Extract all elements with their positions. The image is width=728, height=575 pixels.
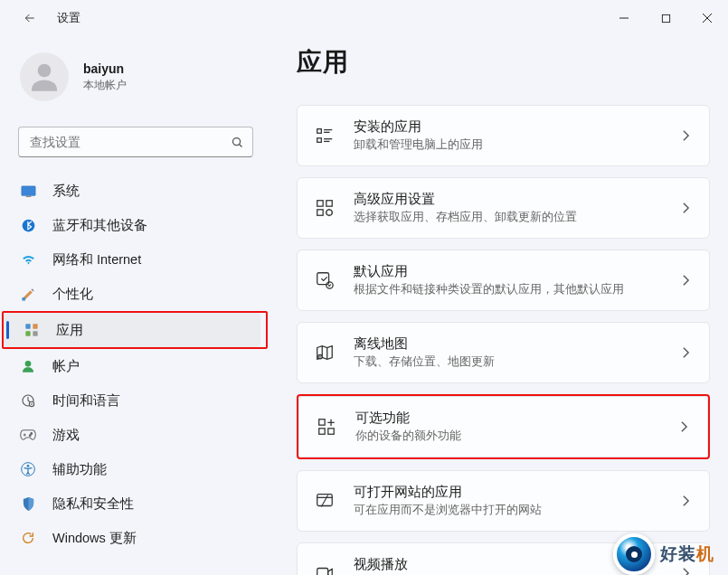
titlebar: 设置	[0, 0, 728, 36]
maximize-button[interactable]	[645, 0, 686, 36]
window-title: 设置	[57, 10, 80, 26]
bluetooth-icon	[20, 217, 36, 233]
user-name: baiyun	[83, 61, 127, 76]
svg-point-21	[27, 465, 30, 467]
card-subtitle: 卸载和管理电脑上的应用	[354, 137, 678, 152]
svg-point-9	[22, 219, 34, 231]
svg-point-18	[31, 433, 33, 435]
chevron-right-icon	[678, 494, 693, 508]
sidebar-item-privacy[interactable]: 隐私和安全性	[0, 486, 271, 521]
sidebar-item-accounts[interactable]: 帐户	[0, 349, 271, 383]
sidebar-item-personalization[interactable]: 个性化	[0, 277, 271, 311]
card-title: 可选功能	[355, 410, 676, 427]
svg-rect-40	[317, 569, 328, 576]
sidebar-item-system[interactable]: 系统	[0, 174, 271, 208]
sidebar-item-windows-update[interactable]: Windows 更新	[0, 521, 271, 555]
sidebar-item-label: 网络和 Internet	[52, 251, 141, 269]
sidebar-item-accessibility[interactable]: 辅助功能	[0, 452, 271, 486]
defaults-icon	[314, 269, 336, 291]
page-title: 应用	[297, 45, 710, 80]
accessibility-icon	[20, 461, 36, 477]
svg-rect-12	[33, 324, 37, 328]
system-icon	[20, 183, 36, 199]
svg-rect-29	[326, 201, 332, 206]
svg-rect-14	[33, 331, 37, 335]
card-optional[interactable]: 可选功能你的设备的额外功能	[298, 396, 708, 457]
minimize-button[interactable]	[603, 0, 645, 36]
svg-point-4	[38, 64, 52, 78]
video-playback-icon	[314, 562, 336, 575]
card-title: 离线地图	[354, 335, 678, 353]
svg-rect-11	[25, 324, 30, 328]
personalization-icon	[20, 286, 36, 302]
apps-icon	[24, 322, 40, 338]
search-field[interactable]	[18, 127, 253, 157]
apps-for-websites-icon	[314, 490, 336, 512]
user-block[interactable]: baiyun 本地帐户	[0, 45, 271, 118]
sidebar-item-label: 蓝牙和其他设备	[52, 217, 147, 234]
sidebar-item-label: 应用	[56, 322, 83, 339]
back-button[interactable]	[23, 11, 37, 25]
svg-rect-1	[662, 14, 669, 22]
svg-point-15	[25, 361, 32, 367]
svg-point-19	[29, 435, 31, 437]
close-button[interactable]	[686, 0, 728, 36]
sidebar-item-label: 隐私和安全性	[52, 495, 134, 513]
card-offline-maps[interactable]: 离线地图下载、存储位置、地图更新	[297, 322, 710, 383]
svg-rect-8	[25, 195, 31, 196]
svg-rect-7	[21, 185, 35, 195]
sidebar-item-time-language[interactable]: 时间和语言	[0, 383, 271, 418]
card-subtitle: 你的设备的额外功能	[355, 429, 676, 443]
sidebar-item-label: 辅助功能	[52, 461, 107, 478]
sidebar-item-apps[interactable]: 应用	[4, 313, 260, 347]
card-title: 默认应用	[354, 263, 678, 280]
svg-rect-22	[317, 129, 322, 134]
search-input[interactable]	[19, 135, 222, 149]
nav-list: 系统蓝牙和其他设备网络和 Internet个性化应用帐户时间和语言游戏辅助功能隐…	[0, 174, 271, 575]
card-defaults[interactable]: 默认应用根据文件和链接种类设置的默认应用，其他默认应用	[297, 250, 710, 311]
privacy-icon	[20, 495, 36, 512]
chevron-right-icon	[678, 273, 693, 288]
watermark-text: 好装机	[660, 542, 714, 566]
main-content: 应用 安装的应用卸载和管理电脑上的应用高级应用设置选择获取应用、存档应用、卸载更…	[271, 36, 728, 575]
svg-rect-28	[317, 201, 323, 206]
gaming-icon	[20, 427, 36, 443]
offline-maps-icon	[314, 342, 336, 363]
card-title: 可打开网站的应用	[354, 484, 678, 501]
svg-rect-10	[22, 297, 25, 301]
card-installed[interactable]: 安装的应用卸载和管理电脑上的应用	[297, 105, 710, 166]
sidebar-item-label: 时间和语言	[52, 392, 120, 410]
time-language-icon	[20, 392, 36, 409]
svg-rect-35	[319, 419, 325, 425]
sidebar-item-bluetooth[interactable]: 蓝牙和其他设备	[0, 208, 271, 242]
svg-rect-23	[317, 138, 322, 143]
chevron-right-icon	[678, 201, 693, 215]
svg-rect-36	[319, 429, 325, 434]
sidebar-item-label: 游戏	[52, 427, 80, 444]
network-icon	[20, 251, 36, 268]
chevron-right-icon	[678, 345, 693, 360]
avatar	[20, 52, 69, 101]
card-advanced[interactable]: 高级应用设置选择获取应用、存档应用、卸载更新的位置	[297, 177, 710, 239]
sidebar-item-network[interactable]: 网络和 Internet	[0, 242, 271, 277]
sidebar-item-label: 帐户	[52, 358, 80, 375]
svg-point-5	[232, 137, 240, 145]
sidebar-item-label: 个性化	[52, 286, 93, 303]
window-controls	[603, 0, 728, 36]
svg-rect-37	[328, 429, 334, 434]
card-subtitle: 选择获取应用、存档应用、卸载更新的位置	[354, 210, 678, 224]
sidebar: baiyun 本地帐户 系统蓝牙和其他设备网络和 Internet个性化应用帐户…	[0, 36, 271, 575]
installed-icon	[314, 125, 336, 146]
card-apps-for-websites[interactable]: 可打开网站的应用可在应用而不是浏览器中打开的网站	[297, 470, 710, 532]
chevron-right-icon	[676, 419, 691, 434]
sidebar-item-gaming[interactable]: 游戏	[0, 418, 271, 452]
optional-icon	[316, 416, 337, 438]
sidebar-item-label: Windows 更新	[52, 530, 137, 547]
advanced-icon	[314, 197, 336, 219]
watermark: 好装机	[613, 533, 714, 575]
svg-point-31	[326, 210, 332, 215]
svg-rect-30	[317, 210, 323, 215]
card-title: 安装的应用	[354, 118, 678, 136]
card-subtitle: 可在应用而不是浏览器中打开的网站	[354, 503, 678, 517]
svg-rect-13	[25, 331, 30, 335]
